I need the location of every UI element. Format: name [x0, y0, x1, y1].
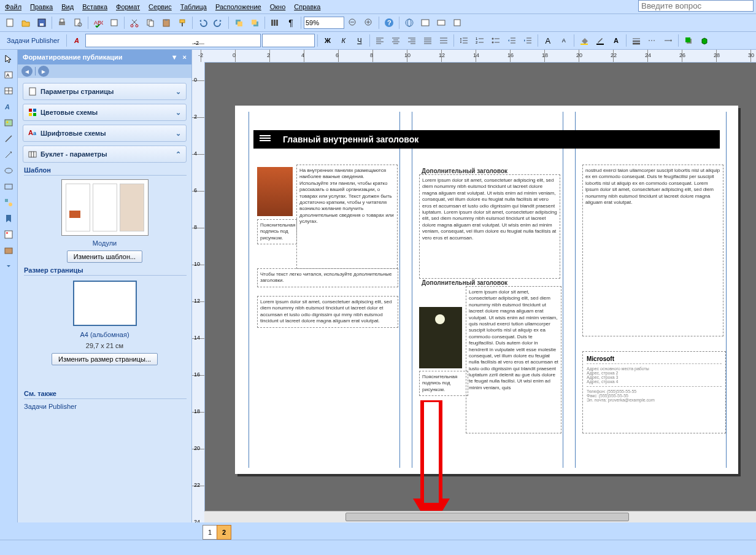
- line-style-icon[interactable]: [629, 33, 644, 48]
- menu-layout[interactable]: Расположение: [215, 3, 261, 10]
- undo-icon[interactable]: [195, 15, 210, 30]
- menu-edit[interactable]: Правка: [30, 3, 53, 10]
- wordart-tool-icon[interactable]: A: [2, 100, 15, 114]
- help-icon[interactable]: ?: [382, 15, 396, 30]
- bold-icon[interactable]: Ж: [320, 33, 335, 48]
- format-painter-icon[interactable]: [175, 15, 190, 30]
- shrink-font-icon[interactable]: A: [557, 33, 571, 48]
- design-gallery-icon[interactable]: [2, 228, 15, 241]
- col1-tip[interactable]: Чтобы текст легко читался, используйте д…: [257, 268, 398, 287]
- link-publisher-tasks[interactable]: Задачи Publisher: [24, 403, 185, 410]
- section-brochure[interactable]: Буклет - параметры⌃: [23, 146, 187, 163]
- paste-icon[interactable]: [159, 15, 174, 30]
- print-icon[interactable]: [55, 15, 69, 30]
- font-color-icon[interactable]: A: [609, 33, 623, 48]
- copy-icon[interactable]: [143, 15, 158, 30]
- expand-toolbar-icon[interactable]: [2, 260, 15, 273]
- picture-tool-icon[interactable]: [2, 116, 15, 130]
- nav-forward-icon[interactable]: ►: [38, 66, 49, 77]
- hyperlink-icon[interactable]: [402, 15, 417, 30]
- scrollbar-thumb[interactable]: [345, 513, 629, 521]
- print-preview-icon[interactable]: [71, 15, 85, 30]
- item-library-icon[interactable]: [2, 244, 15, 257]
- rectangle-tool-icon[interactable]: [2, 180, 15, 193]
- increase-indent-icon[interactable]: [520, 33, 535, 48]
- special-chars-icon[interactable]: ¶: [284, 15, 298, 30]
- line-tool-icon[interactable]: [2, 132, 15, 146]
- section-font-schemes[interactable]: AaШрифтовые схемы⌄: [23, 125, 187, 142]
- menu-file[interactable]: Файл: [5, 3, 21, 10]
- autoshapes-tool-icon[interactable]: [2, 196, 15, 209]
- zoom-combo[interactable]: [304, 17, 344, 29]
- align-center-icon[interactable]: [388, 33, 403, 48]
- task-panel-dropdown-icon[interactable]: ▼: [171, 53, 178, 61]
- change-template-button[interactable]: Изменить шаблон...: [67, 250, 142, 263]
- menu-insert[interactable]: Вставка: [82, 3, 107, 10]
- menu-help[interactable]: Справка: [294, 3, 320, 10]
- page-spread[interactable]: Главный внутренний заголовок Пояснительн…: [235, 106, 738, 474]
- table-tool-icon[interactable]: [2, 84, 15, 98]
- font-size-combo[interactable]: [262, 34, 315, 47]
- styles-icon[interactable]: A: [69, 33, 84, 48]
- underline-icon[interactable]: Ч: [352, 33, 367, 48]
- section-color-schemes[interactable]: Цветовые схемы⌄: [23, 104, 187, 121]
- zoom-in-icon[interactable]: [361, 15, 376, 30]
- publisher-tasks-button[interactable]: Задачи Publisher: [2, 35, 64, 46]
- send-back-icon[interactable]: [247, 15, 262, 30]
- col1-text-1[interactable]: На внутренних панелях размещаются наибол…: [296, 165, 398, 269]
- research-icon[interactable]: [107, 15, 122, 30]
- font-name-combo[interactable]: [85, 34, 261, 47]
- col3-text[interactable]: nostrud exerci taion ullamcorper suscipi…: [582, 165, 723, 336]
- task-panel-close-icon[interactable]: ×: [183, 53, 187, 61]
- pagesize-thumbnail[interactable]: [73, 281, 137, 326]
- nav-back-icon[interactable]: ◄: [21, 66, 33, 77]
- grow-font-icon[interactable]: A: [541, 33, 555, 48]
- arrow-tool-icon[interactable]: [2, 148, 15, 161]
- italic-icon[interactable]: К: [336, 33, 351, 48]
- fill-color-icon[interactable]: [577, 33, 592, 48]
- align-right-icon[interactable]: [404, 33, 419, 48]
- template-thumbnail[interactable]: [61, 179, 148, 236]
- col1-lorem[interactable]: Lorem ipsum dolor sit amet, consectetuer…: [257, 296, 398, 328]
- menu-format[interactable]: Формат: [116, 3, 140, 10]
- canvas[interactable]: Главный внутренний заголовок Пояснительн…: [204, 63, 756, 511]
- main-heading-box[interactable]: Главный внутренний заголовок: [253, 130, 720, 149]
- open-icon[interactable]: [18, 15, 33, 30]
- select-tool-icon[interactable]: [2, 52, 15, 66]
- horizontal-scrollbar[interactable]: [204, 511, 756, 522]
- bring-front-icon[interactable]: [231, 15, 246, 30]
- zoom-out-icon[interactable]: [345, 15, 360, 30]
- image-placeholder-1[interactable]: [257, 167, 293, 216]
- col2-text-2[interactable]: Lorem ipsum dolor sit amet, consectetuer…: [466, 286, 561, 433]
- numbering-icon[interactable]: 12: [472, 33, 487, 48]
- bookmark-tool-icon[interactable]: [2, 212, 15, 225]
- dash-style-icon[interactable]: [645, 33, 660, 48]
- caption-2[interactable]: Пояснительная подпись под рисунком.: [419, 371, 468, 396]
- arrow-style-icon[interactable]: [661, 33, 676, 48]
- menu-window[interactable]: Окно: [270, 3, 286, 10]
- help-question-input[interactable]: [638, 0, 754, 12]
- bullets-icon[interactable]: [488, 33, 503, 48]
- web-preview-icon[interactable]: [418, 15, 433, 30]
- menu-table[interactable]: Таблица: [180, 3, 207, 10]
- save-icon[interactable]: [34, 15, 49, 30]
- menu-view[interactable]: Вид: [61, 3, 74, 10]
- redo-icon[interactable]: [211, 15, 226, 30]
- business-info-box[interactable]: Microsoft Адрес основного места работы А…: [582, 351, 726, 433]
- page-tab-2[interactable]: 2: [217, 525, 231, 540]
- align-left-icon[interactable]: [372, 33, 387, 48]
- caption-1[interactable]: Пояснительная подпись под рисунком.: [257, 219, 297, 244]
- textbox-tool-icon[interactable]: A: [2, 68, 15, 82]
- oval-tool-icon[interactable]: [2, 164, 15, 177]
- 3d-icon[interactable]: [697, 33, 712, 48]
- distribute-icon[interactable]: [436, 33, 451, 48]
- insert-field-icon[interactable]: [434, 15, 449, 30]
- shadow-icon[interactable]: [681, 33, 696, 48]
- columns-icon[interactable]: [268, 15, 282, 30]
- page-tab-1[interactable]: 1: [202, 525, 217, 540]
- decrease-indent-icon[interactable]: [504, 33, 519, 48]
- new-icon[interactable]: [2, 15, 17, 30]
- line-spacing-icon[interactable]: [457, 33, 471, 48]
- change-pagesize-button[interactable]: Изменить размер страницы...: [52, 353, 158, 365]
- spellcheck-icon[interactable]: ABC: [91, 15, 106, 30]
